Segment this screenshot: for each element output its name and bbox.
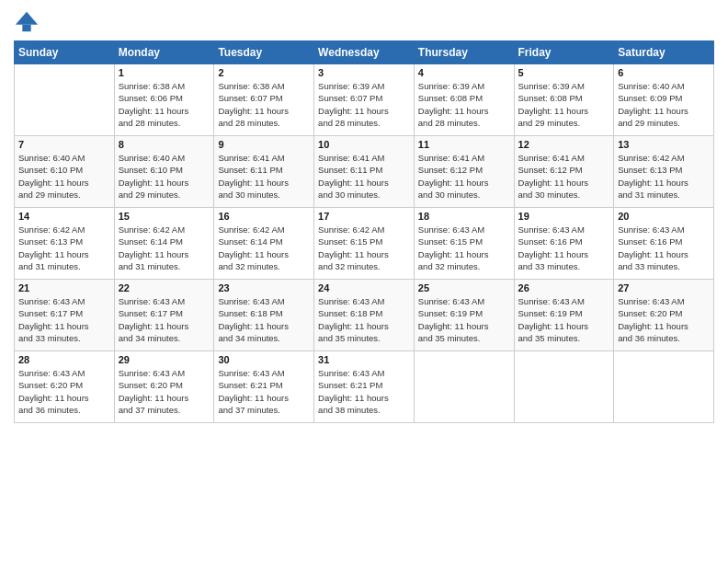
day-number: 8 (119, 139, 210, 150)
day-number: 7 (18, 139, 110, 150)
day-number: 13 (618, 139, 710, 150)
days-header-row: SundayMondayTuesdayWednesdayThursdayFrid… (15, 41, 714, 64)
cell-content: Sunrise: 6:43 AM Sunset: 6:18 PM Dayligh… (218, 295, 310, 344)
calendar-cell: 20Sunrise: 6:43 AM Sunset: 6:16 PM Dayli… (614, 208, 714, 280)
calendar-cell: 8Sunrise: 6:40 AM Sunset: 6:10 PM Daylig… (114, 136, 214, 208)
day-number: 11 (418, 139, 510, 150)
cell-content: Sunrise: 6:42 AM Sunset: 6:14 PM Dayligh… (218, 224, 310, 272)
day-number: 9 (218, 139, 310, 150)
day-number: 4 (418, 67, 510, 78)
calendar-cell: 23Sunrise: 6:43 AM Sunset: 6:18 PM Dayli… (214, 280, 314, 351)
calendar-cell: 2Sunrise: 6:38 AM Sunset: 6:07 PM Daylig… (214, 64, 314, 136)
day-header-friday: Friday (514, 41, 614, 64)
cell-content: Sunrise: 6:43 AM Sunset: 6:16 PM Dayligh… (618, 224, 710, 272)
cell-content: Sunrise: 6:43 AM Sunset: 6:20 PM Dayligh… (18, 367, 110, 416)
calendar-cell: 6Sunrise: 6:40 AM Sunset: 6:09 PM Daylig… (614, 64, 714, 136)
cell-content: Sunrise: 6:43 AM Sunset: 6:18 PM Dayligh… (318, 295, 410, 344)
calendar-cell: 10Sunrise: 6:41 AM Sunset: 6:11 PM Dayli… (314, 136, 415, 208)
calendar-cell: 11Sunrise: 6:41 AM Sunset: 6:12 PM Dayli… (414, 136, 514, 208)
calendar-cell (414, 351, 514, 423)
calendar-table: SundayMondayTuesdayWednesdayThursdayFrid… (14, 40, 714, 423)
cell-content: Sunrise: 6:41 AM Sunset: 6:11 PM Dayligh… (318, 152, 410, 201)
day-number: 14 (18, 211, 110, 222)
calendar-cell: 12Sunrise: 6:41 AM Sunset: 6:12 PM Dayli… (514, 136, 614, 208)
calendar-cell (514, 351, 614, 423)
cell-content: Sunrise: 6:38 AM Sunset: 6:06 PM Dayligh… (119, 80, 210, 129)
cell-content: Sunrise: 6:42 AM Sunset: 6:13 PM Dayligh… (18, 224, 110, 272)
day-number: 23 (218, 282, 310, 293)
day-number: 15 (119, 211, 210, 222)
calendar-cell: 5Sunrise: 6:39 AM Sunset: 6:08 PM Daylig… (514, 64, 614, 136)
day-header-wednesday: Wednesday (314, 41, 415, 64)
day-number: 21 (18, 282, 110, 293)
calendar-cell: 31Sunrise: 6:43 AM Sunset: 6:21 PM Dayli… (314, 351, 415, 423)
day-number: 30 (218, 354, 310, 365)
day-number: 3 (318, 67, 410, 78)
day-header-thursday: Thursday (414, 41, 514, 64)
day-number: 2 (218, 67, 310, 78)
calendar-cell: 18Sunrise: 6:43 AM Sunset: 6:15 PM Dayli… (414, 208, 514, 280)
week-row-2: 7Sunrise: 6:40 AM Sunset: 6:10 PM Daylig… (15, 136, 714, 208)
cell-content: Sunrise: 6:40 AM Sunset: 6:09 PM Dayligh… (618, 80, 710, 129)
day-number: 19 (518, 211, 610, 222)
calendar-cell: 15Sunrise: 6:42 AM Sunset: 6:14 PM Dayli… (114, 208, 214, 280)
cell-content: Sunrise: 6:42 AM Sunset: 6:15 PM Dayligh… (318, 224, 410, 272)
cell-content: Sunrise: 6:43 AM Sunset: 6:17 PM Dayligh… (18, 295, 110, 344)
day-header-sunday: Sunday (15, 41, 115, 64)
calendar-cell: 26Sunrise: 6:43 AM Sunset: 6:19 PM Dayli… (514, 280, 614, 351)
calendar-cell: 29Sunrise: 6:43 AM Sunset: 6:20 PM Dayli… (114, 351, 214, 423)
logo (14, 9, 43, 35)
calendar-cell: 21Sunrise: 6:43 AM Sunset: 6:17 PM Dayli… (15, 280, 115, 351)
day-number: 16 (218, 211, 310, 222)
logo-icon (14, 9, 40, 35)
calendar-cell: 4Sunrise: 6:39 AM Sunset: 6:08 PM Daylig… (414, 64, 514, 136)
cell-content: Sunrise: 6:43 AM Sunset: 6:21 PM Dayligh… (318, 367, 410, 416)
cell-content: Sunrise: 6:42 AM Sunset: 6:13 PM Dayligh… (618, 152, 710, 201)
cell-content: Sunrise: 6:41 AM Sunset: 6:11 PM Dayligh… (218, 152, 310, 201)
day-header-monday: Monday (114, 41, 214, 64)
calendar-cell: 24Sunrise: 6:43 AM Sunset: 6:18 PM Dayli… (314, 280, 415, 351)
cell-content: Sunrise: 6:40 AM Sunset: 6:10 PM Dayligh… (119, 152, 210, 201)
calendar-cell: 19Sunrise: 6:43 AM Sunset: 6:16 PM Dayli… (514, 208, 614, 280)
day-number: 20 (618, 211, 710, 222)
calendar-cell: 9Sunrise: 6:41 AM Sunset: 6:11 PM Daylig… (214, 136, 314, 208)
cell-content: Sunrise: 6:39 AM Sunset: 6:08 PM Dayligh… (518, 80, 610, 129)
cell-content: Sunrise: 6:39 AM Sunset: 6:08 PM Dayligh… (418, 80, 510, 129)
cell-content: Sunrise: 6:43 AM Sunset: 6:19 PM Dayligh… (418, 295, 510, 344)
day-number: 10 (318, 139, 410, 150)
calendar-cell: 17Sunrise: 6:42 AM Sunset: 6:15 PM Dayli… (314, 208, 415, 280)
calendar-cell: 14Sunrise: 6:42 AM Sunset: 6:13 PM Dayli… (15, 208, 115, 280)
calendar-cell: 30Sunrise: 6:43 AM Sunset: 6:21 PM Dayli… (214, 351, 314, 423)
page-header (14, 9, 714, 35)
svg-rect-1 (22, 25, 30, 31)
day-number: 25 (418, 282, 510, 293)
day-number: 12 (518, 139, 610, 150)
day-number: 31 (318, 354, 410, 365)
week-row-1: 1Sunrise: 6:38 AM Sunset: 6:06 PM Daylig… (15, 64, 714, 136)
calendar-cell: 3Sunrise: 6:39 AM Sunset: 6:07 PM Daylig… (314, 64, 415, 136)
cell-content: Sunrise: 6:41 AM Sunset: 6:12 PM Dayligh… (418, 152, 510, 201)
day-header-saturday: Saturday (614, 41, 714, 64)
cell-content: Sunrise: 6:43 AM Sunset: 6:15 PM Dayligh… (418, 224, 510, 272)
calendar-cell (15, 64, 115, 136)
day-number: 22 (119, 282, 210, 293)
cell-content: Sunrise: 6:43 AM Sunset: 6:20 PM Dayligh… (119, 367, 210, 416)
cell-content: Sunrise: 6:43 AM Sunset: 6:17 PM Dayligh… (119, 295, 210, 344)
cell-content: Sunrise: 6:43 AM Sunset: 6:20 PM Dayligh… (618, 295, 710, 344)
day-number: 24 (318, 282, 410, 293)
day-header-tuesday: Tuesday (214, 41, 314, 64)
calendar-cell: 13Sunrise: 6:42 AM Sunset: 6:13 PM Dayli… (614, 136, 714, 208)
svg-marker-0 (16, 12, 38, 25)
calendar-cell: 28Sunrise: 6:43 AM Sunset: 6:20 PM Dayli… (15, 351, 115, 423)
day-number: 29 (119, 354, 210, 365)
day-number: 6 (618, 67, 710, 78)
cell-content: Sunrise: 6:43 AM Sunset: 6:16 PM Dayligh… (518, 224, 610, 272)
day-number: 18 (418, 211, 510, 222)
calendar-cell (614, 351, 714, 423)
calendar-cell: 25Sunrise: 6:43 AM Sunset: 6:19 PM Dayli… (414, 280, 514, 351)
cell-content: Sunrise: 6:42 AM Sunset: 6:14 PM Dayligh… (119, 224, 210, 272)
cell-content: Sunrise: 6:40 AM Sunset: 6:10 PM Dayligh… (18, 152, 110, 201)
cell-content: Sunrise: 6:38 AM Sunset: 6:07 PM Dayligh… (218, 80, 310, 129)
calendar-cell: 16Sunrise: 6:42 AM Sunset: 6:14 PM Dayli… (214, 208, 314, 280)
day-number: 1 (119, 67, 210, 78)
